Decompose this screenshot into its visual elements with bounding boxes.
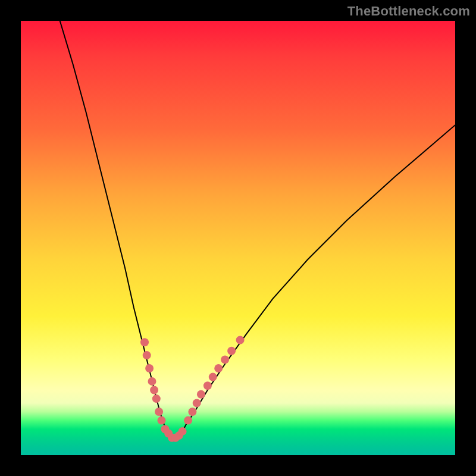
curve-dot [188,408,196,416]
watermark-text: TheBottleneck.com [347,4,470,19]
curve-dot [184,416,192,425]
curve-dot [197,390,205,399]
curve-dot [140,338,149,346]
curve-dot [148,377,156,386]
plot-area [21,21,455,455]
bottleneck-curve [60,21,455,438]
curve-dot [193,399,201,407]
curve-dot [158,416,166,425]
curve-dot [236,336,245,345]
curve-dot [178,427,187,436]
curve-layer [21,21,455,455]
curve-dot [221,355,229,364]
curve-dot [155,408,163,416]
chart-outer-frame: TheBottleneck.com [0,0,476,476]
curve-dot [150,386,158,394]
curve-dot [152,394,161,403]
curve-dot [143,351,151,359]
curve-dots-group [140,336,245,442]
curve-dot [203,381,212,390]
curve-dot [227,347,236,355]
curve-dot [214,364,223,372]
curve-dot [145,364,154,372]
curve-dot [209,373,217,381]
